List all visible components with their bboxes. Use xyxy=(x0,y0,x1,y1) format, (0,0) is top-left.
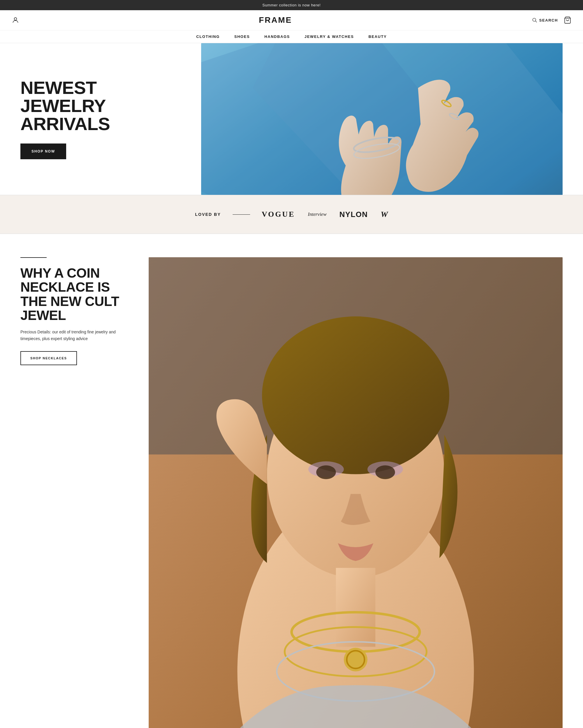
header-left xyxy=(12,16,19,24)
nav-item-beauty[interactable]: BEAUTY xyxy=(368,34,387,39)
loved-by-section: LOVED BY VOGUE Interview NYLON W xyxy=(0,195,583,234)
nav-item-shoes[interactable]: SHOES xyxy=(234,34,250,39)
svg-point-1 xyxy=(533,18,536,21)
announcement-bar: Summer collection is now here! xyxy=(0,0,583,10)
loved-by-label: LOVED BY xyxy=(195,212,221,217)
nav-item-jewelry-watches[interactable]: JEWELRY & WATCHES xyxy=(305,34,354,39)
brand-logo-w-magazine: W xyxy=(381,210,388,219)
search-button[interactable]: SEARCH xyxy=(532,17,558,23)
svg-point-19 xyxy=(376,465,395,479)
article-image xyxy=(149,257,563,728)
site-logo[interactable]: FRAME xyxy=(259,16,292,25)
article-person-image xyxy=(149,257,563,728)
nav-item-clothing[interactable]: CLOTHING xyxy=(196,34,220,39)
svg-line-2 xyxy=(535,21,537,23)
hero-image xyxy=(201,43,563,195)
hero-content: NEWEST JEWELRY ARRIVALS SHOP NOW xyxy=(20,79,131,159)
cart-icon xyxy=(564,16,571,24)
hero-title: NEWEST JEWELRY ARRIVALS xyxy=(20,79,131,133)
hero-section: NEWEST JEWELRY ARRIVALS SHOP NOW xyxy=(0,43,583,195)
header: FRAME SEARCH xyxy=(0,10,583,30)
hero-jewelry-image xyxy=(201,43,563,195)
article-description: Precious Details: our edit of trending f… xyxy=(20,329,131,342)
cart-button[interactable] xyxy=(564,16,571,24)
svg-rect-20 xyxy=(336,568,375,647)
search-icon xyxy=(532,17,537,23)
brand-logo-vogue: VOGUE xyxy=(262,210,295,219)
user-account-button[interactable] xyxy=(12,16,19,24)
nav-item-handbags[interactable]: HANDBAGS xyxy=(265,34,290,39)
loved-by-divider xyxy=(232,214,250,215)
header-right: SEARCH xyxy=(532,16,571,24)
person-icon xyxy=(12,16,19,24)
hero-shop-now-button[interactable]: SHOP NOW xyxy=(20,144,66,159)
svg-point-0 xyxy=(14,18,17,20)
svg-point-15 xyxy=(262,316,449,474)
article-content: WHY A COIN NECKLACE IS THE NEW CULT JEWE… xyxy=(20,257,131,365)
search-label: SEARCH xyxy=(539,18,558,23)
brand-logo-nylon: NYLON xyxy=(339,210,368,219)
article-title: WHY A COIN NECKLACE IS THE NEW CULT JEWE… xyxy=(20,266,131,322)
brand-logos: VOGUE Interview NYLON W xyxy=(262,210,388,219)
article-section: WHY A COIN NECKLACE IS THE NEW CULT JEWE… xyxy=(0,234,583,728)
svg-point-18 xyxy=(316,465,336,479)
brand-logo-interview: Interview xyxy=(308,211,327,217)
announcement-text: Summer collection is now here! xyxy=(262,3,321,7)
article-divider xyxy=(20,257,47,258)
article-shop-necklaces-button[interactable]: SHOP NECKLACES xyxy=(20,351,77,365)
main-navigation: CLOTHING SHOES HANDBAGS JEWELRY & WATCHE… xyxy=(0,30,583,43)
